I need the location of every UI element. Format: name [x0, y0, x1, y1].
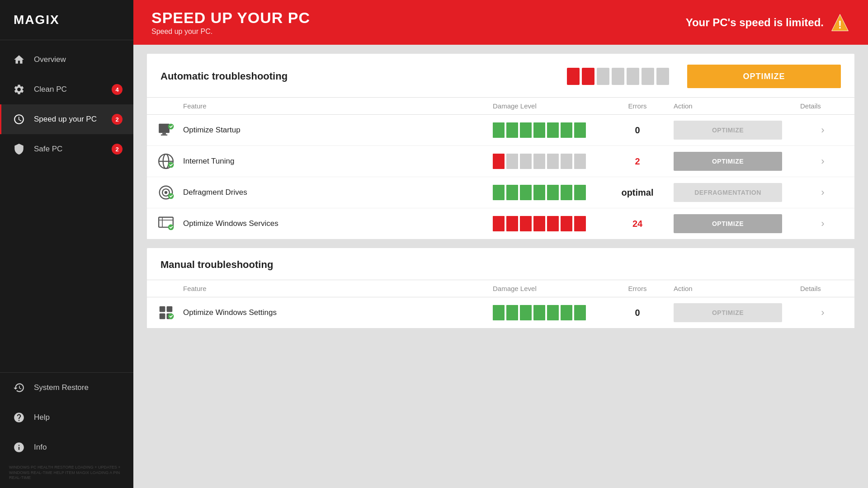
col-damage: Damage Level	[493, 285, 601, 292]
services-action: OPTIMIZE	[674, 214, 800, 233]
automatic-table-header: Feature Damage Level Errors Action Detai…	[147, 98, 854, 115]
content-area: Automatic troubleshooting OPTIMIZE	[133, 45, 868, 488]
bar	[533, 122, 545, 138]
win-settings-optimize-button[interactable]: OPTIMIZE	[674, 303, 782, 322]
bar	[574, 305, 586, 320]
defrag-feature-name: Defragment Drives	[183, 188, 493, 197]
bar	[561, 305, 572, 320]
win-settings-details-arrow[interactable]: ›	[800, 307, 845, 319]
automatic-section: Automatic troubleshooting OPTIMIZE	[147, 54, 854, 239]
sidebar-item-help[interactable]: Help	[0, 403, 133, 432]
services-icon	[156, 214, 176, 234]
svg-point-13	[168, 193, 174, 199]
bar	[561, 216, 572, 231]
header-seg-7	[656, 68, 669, 85]
header-seg-6	[642, 68, 654, 85]
bar	[493, 122, 505, 138]
internet-damage-bars	[493, 154, 601, 169]
bar	[493, 305, 505, 320]
internet-optimize-button[interactable]: OPTIMIZE	[674, 152, 782, 171]
header: SPEED UP YOUR PC Speed up your PC. Your …	[133, 0, 868, 45]
svg-rect-3	[162, 133, 166, 134]
sidebar-item-info[interactable]: Info	[0, 432, 133, 462]
bar	[506, 154, 518, 169]
defrag-details-arrow[interactable]: ›	[800, 187, 845, 198]
svg-rect-19	[167, 306, 173, 312]
win-settings-icon	[156, 303, 176, 323]
col-errors: Errors	[601, 102, 674, 110]
info-icon	[12, 441, 26, 454]
footer-text: WINDOWS PC HEALTH RESTORE LOADING + UPDA…	[0, 462, 133, 483]
defrag-action: DEFRAGMENTATION	[674, 183, 800, 202]
logo: MAGIX	[0, 0, 133, 40]
help-icon	[12, 411, 26, 424]
defrag-icon	[156, 183, 176, 202]
services-damage-bars	[493, 216, 601, 231]
sidebar-item-clean-pc[interactable]: Clean PC 4	[0, 75, 133, 104]
bar	[547, 305, 559, 320]
bar	[506, 122, 518, 138]
header-damage-bar	[567, 68, 669, 85]
startup-optimize-button[interactable]: OPTIMIZE	[674, 121, 782, 140]
sidebar-item-system-restore[interactable]: System Restore	[0, 373, 133, 403]
bar	[533, 305, 545, 320]
services-optimize-button[interactable]: OPTIMIZE	[674, 214, 782, 233]
main-optimize-button[interactable]: OPTIMIZE	[687, 65, 841, 88]
sidebar-bottom: System Restore Help Info WINDOWS PC HEAL…	[0, 372, 133, 488]
sidebar-item-safe-pc[interactable]: Safe PC 2	[0, 134, 133, 164]
sidebar-item-speed-up[interactable]: Speed up your PC 2	[0, 104, 133, 134]
bar	[561, 122, 572, 138]
bar	[533, 216, 545, 231]
sidebar-item-overview[interactable]: Overview	[0, 45, 133, 75]
table-row: Optimize Windows Services 24 OPTIMIZE ›	[147, 208, 854, 239]
col-details: Details	[800, 102, 845, 110]
win-settings-errors: 0	[601, 308, 674, 318]
col-feature: Feature	[183, 102, 493, 110]
services-details-arrow[interactable]: ›	[800, 218, 845, 230]
win-settings-feature-name: Optimize Windows Settings	[183, 308, 493, 317]
bar	[547, 216, 559, 231]
svg-rect-2	[159, 124, 170, 133]
header-title-area: SPEED UP YOUR PC Speed up your PC.	[151, 9, 310, 36]
page-title: SPEED UP YOUR PC	[151, 9, 310, 27]
defrag-button[interactable]: DEFRAGMENTATION	[674, 183, 782, 202]
header-seg-1	[567, 68, 580, 85]
internet-icon	[156, 151, 176, 171]
bar	[574, 154, 586, 169]
startup-errors: 0	[601, 125, 674, 136]
col-icon-spacer	[156, 285, 183, 292]
svg-rect-4	[161, 135, 167, 136]
bar	[547, 154, 559, 169]
manual-section: Manual troubleshooting Feature Damage Le…	[147, 248, 854, 328]
sidebar-label-safe-pc: Safe PC	[34, 145, 104, 154]
manual-section-header: Manual troubleshooting	[147, 248, 854, 280]
bar	[561, 154, 572, 169]
bar	[520, 216, 532, 231]
col-icon-spacer	[156, 102, 183, 110]
bar	[520, 305, 532, 320]
startup-damage-bars	[493, 122, 601, 138]
internet-feature-name: Internet Tuning	[183, 157, 493, 166]
bar	[493, 185, 505, 200]
win-settings-action: OPTIMIZE	[674, 303, 800, 322]
internet-details-arrow[interactable]: ›	[800, 155, 845, 167]
main-content: SPEED UP YOUR PC Speed up your PC. Your …	[133, 0, 868, 488]
sidebar-nav: Overview Clean PC 4 Speed up your PC 2 S…	[0, 40, 133, 488]
startup-feature-name: Optimize Startup	[183, 126, 493, 135]
svg-text:!: !	[838, 18, 842, 30]
startup-icon	[156, 120, 176, 140]
alert-triangle-icon: !	[830, 13, 850, 33]
svg-point-9	[168, 162, 174, 168]
header-seg-3	[597, 68, 609, 85]
bar	[561, 185, 572, 200]
badge-clean-pc: 4	[112, 84, 123, 95]
startup-details-arrow[interactable]: ›	[800, 124, 845, 136]
defrag-errors: optimal	[601, 188, 674, 198]
header-seg-5	[627, 68, 639, 85]
header-alert: Your PC's speed is limited. !	[686, 13, 850, 33]
header-seg-4	[612, 68, 624, 85]
svg-rect-18	[160, 306, 165, 312]
bar	[574, 216, 586, 231]
bar	[493, 216, 505, 231]
internet-action: OPTIMIZE	[674, 152, 800, 171]
